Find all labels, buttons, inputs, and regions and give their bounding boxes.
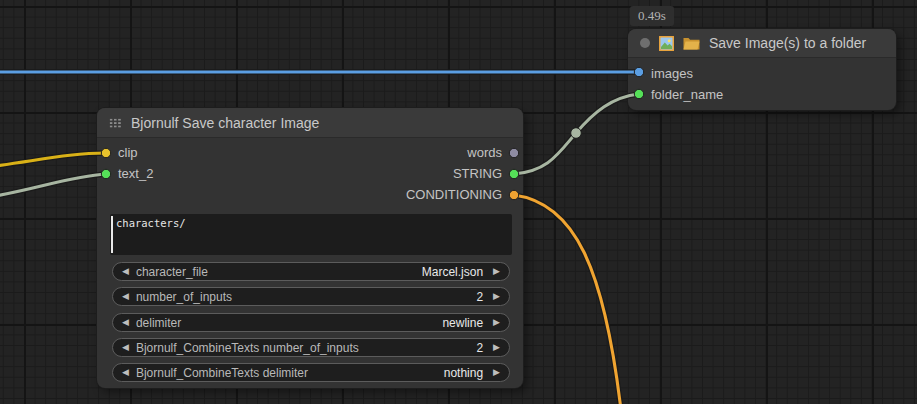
- widget-combinetexts-number-of-inputs[interactable]: ◀ Bjornulf_CombineTexts number_of_inputs…: [112, 338, 510, 357]
- node-title: Bjornulf Save character Image: [131, 115, 319, 131]
- widget-label: character_file: [136, 265, 415, 279]
- text-input-area[interactable]: characters/: [110, 214, 512, 255]
- widget-number-of-inputs[interactable]: ◀ number_of_inputs 2 ▶: [112, 287, 510, 306]
- node-title-bar[interactable]: Bjornulf Save character Image: [97, 108, 523, 138]
- increment-arrow-icon[interactable]: ▶: [493, 267, 500, 276]
- output-slot-label-string: STRING: [453, 163, 502, 184]
- widget-label: Bjornulf_CombineTexts number_of_inputs: [136, 341, 469, 355]
- increment-arrow-icon[interactable]: ▶: [493, 318, 500, 327]
- node-title-bar[interactable]: Save Image(s) to a folder: [628, 29, 896, 58]
- node-save-images-to-folder[interactable]: Save Image(s) to a folder images folder_…: [628, 29, 896, 110]
- wire-clip-link: [0, 153, 106, 166]
- picture-icon: [659, 36, 674, 51]
- widget-value: nothing: [444, 366, 483, 380]
- widget-value: Marcel.json: [422, 265, 483, 279]
- increment-arrow-icon[interactable]: ▶: [493, 343, 500, 352]
- widget-value: newline: [442, 316, 483, 330]
- output-slot-label-words: words: [467, 142, 502, 163]
- widget-value: 2: [476, 341, 483, 355]
- output-slot-label-conditioning: CONDITIONING: [406, 184, 502, 205]
- execution-time-badge: 0.49s: [630, 6, 674, 26]
- node-title: Save Image(s) to a folder: [709, 35, 866, 51]
- link-midpoint-dot[interactable]: [571, 128, 582, 139]
- decrement-arrow-icon[interactable]: ◀: [122, 318, 129, 327]
- wire-text2-link: [0, 174, 106, 196]
- collapse-toggle-icon[interactable]: [640, 38, 650, 48]
- widget-label: number_of_inputs: [136, 290, 469, 304]
- decrement-arrow-icon[interactable]: ◀: [122, 267, 129, 276]
- widget-combinetexts-delimiter[interactable]: ◀ Bjornulf_CombineTexts delimiter nothin…: [112, 363, 510, 382]
- folder-icon: [683, 36, 700, 50]
- widget-value: 2: [476, 290, 483, 304]
- widget-character-file[interactable]: ◀ character_file Marcel.json ▶: [112, 262, 510, 281]
- text-cursor: [111, 216, 113, 253]
- increment-arrow-icon[interactable]: ▶: [493, 292, 500, 301]
- input-slot-label-images: images: [651, 63, 693, 84]
- widget-label: Bjornulf_CombineTexts delimiter: [136, 366, 437, 380]
- decrement-arrow-icon[interactable]: ◀: [122, 343, 129, 352]
- decrement-arrow-icon[interactable]: ◀: [122, 368, 129, 377]
- text-area-value: characters/: [116, 217, 186, 229]
- input-slot-label-clip: clip: [118, 142, 138, 163]
- grid-dots-icon: [109, 118, 122, 128]
- input-slot-label-folder-name: folder_name: [651, 84, 723, 105]
- wire-string-to-folder-name-link: [514, 94, 639, 174]
- increment-arrow-icon[interactable]: ▶: [493, 368, 500, 377]
- decrement-arrow-icon[interactable]: ◀: [122, 292, 129, 301]
- input-slot-label-text2: text_2: [118, 163, 153, 184]
- node-bjornulf-save-character-image[interactable]: Bjornulf Save character Image clip text_…: [97, 108, 523, 388]
- widget-delimiter[interactable]: ◀ delimiter newline ▶: [112, 313, 510, 332]
- node-graph-canvas[interactable]: Bjornulf Save character Image clip text_…: [0, 0, 917, 404]
- widget-label: delimiter: [136, 316, 435, 330]
- wire-conditioning-link: [514, 195, 621, 404]
